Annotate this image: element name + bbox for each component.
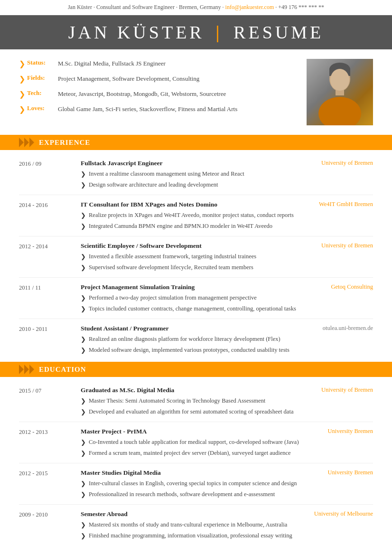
entry-title-1: IT Consultant for IBM XPages and Notes D… — [81, 201, 217, 208]
bullet-text-1-0: Realize projects in XPages and We4IT Ave… — [89, 211, 294, 220]
bullet-item-4-1: ❯Modeled software design, implemented va… — [81, 346, 373, 355]
bullet-list-0: ❯Master Thesis: Semi Automated Scoring i… — [81, 396, 373, 416]
entry-date-3: 2009 - 2010 — [19, 510, 81, 542]
bullet-item-3-1: ❯Topics included customer contracts, cha… — [81, 304, 373, 314]
experience-arrows — [19, 138, 34, 147]
bullet-list-0: ❯Invent a realtime classroom management … — [81, 169, 373, 189]
bullet-item-2-1: ❯Professionalized in research methods, s… — [81, 490, 373, 499]
profile-section: ❯ Status: M.Sc. Digital Media, Fullstack… — [0, 49, 392, 135]
profile-photo — [307, 59, 373, 125]
entry-date-4: 2010 - 2011 — [19, 325, 81, 356]
entry-2: 2012 - 2014Scientific Employee / Softwar… — [19, 242, 373, 273]
bullet-item-3-0: ❯Performed a two-day project simulation … — [81, 293, 373, 303]
entry-divider-1 — [19, 236, 373, 236]
bullet-list-1: ❯Realize projects in XPages and We4IT Av… — [81, 211, 373, 231]
entry-header-1: IT Consultant for IBM XPages and Notes D… — [81, 201, 373, 208]
bullet-arrow-icon: ❯ — [81, 180, 86, 190]
bullet-item-0-1: ❯Developed and evaluated an algorithm fo… — [81, 407, 373, 417]
bullet-item-2-0: ❯Inter-cultural classes in English, cove… — [81, 479, 373, 489]
bullet-text-3-1: Finished machine programming, informatio… — [89, 531, 292, 540]
edu-arrow-1 — [19, 365, 24, 374]
experience-section-header: Experience — [0, 135, 392, 150]
entry-divider-2 — [19, 277, 373, 278]
entry-content-0: Graduated as M.Sc. Digital MediaUniversi… — [81, 386, 373, 418]
status-row: ❯ Status: M.Sc. Digital Media, Fullstack… — [19, 59, 297, 68]
entry-divider-3 — [19, 319, 373, 319]
bullet-item-3-0: ❯Mastered six months of study and trans-… — [81, 520, 373, 530]
education-content: 2015 / 07Graduated as M.Sc. Digital Medi… — [0, 377, 392, 547]
entry-title-3: Semester Abroad — [81, 510, 128, 518]
education-title: Education — [39, 366, 86, 374]
loves-bullet: ❯ — [19, 105, 25, 114]
bullet-text-0-1: Design software architecture and leading… — [89, 180, 218, 189]
entry-header-2: Master Studies Digital MediaUniversity B… — [81, 469, 373, 477]
bullet-text-0-0: Master Thesis: Semi Automated Scoring in… — [89, 396, 265, 405]
bullet-arrow-icon: ❯ — [81, 222, 86, 231]
education-section-header: Education — [0, 362, 392, 377]
bullet-arrow-icon: ❯ — [81, 169, 86, 179]
entry-content-1: IT Consultant for IBM XPages and Notes D… — [81, 201, 373, 232]
bullet-item-1-1: ❯Integrated Camunda BPMN engine and BPMN… — [81, 222, 373, 231]
bullet-arrow-icon: ❯ — [81, 252, 86, 262]
main-header: Jan Küster | Resume — [0, 15, 392, 49]
entry-3: 2011 / 11Project Management Simulation T… — [19, 283, 373, 315]
bullet-arrow-icon: ❯ — [81, 520, 86, 530]
entry-divider-2 — [19, 504, 373, 505]
loves-label: Loves: — [27, 104, 58, 112]
bullet-item-4-0: ❯Realized an online diagnosis platform f… — [81, 335, 373, 344]
fields-row: ❯ Fields: Project Management, Software D… — [19, 74, 297, 84]
bullet-text-2-1: Professionalized in research methods, so… — [89, 490, 275, 499]
entry-date-2: 2012 - 2014 — [19, 242, 81, 273]
bullet-item-0-0: ❯Invent a realtime classroom management … — [81, 169, 373, 179]
entry-3: 2009 - 2010Semester AbroadUniversity of … — [19, 510, 373, 542]
bullet-text-1-1: Formed a scrum team, mainted project dev… — [89, 449, 291, 458]
resume-title: Jan Küster | Resume — [9, 22, 383, 43]
bullet-list-1: ❯Co-Invented a touch table application f… — [81, 438, 373, 458]
entry-0: 2015 / 07Graduated as M.Sc. Digital Medi… — [19, 386, 373, 418]
entry-1: 2014 - 2016IT Consultant for IBM XPages … — [19, 201, 373, 232]
entry-date-1: 2014 - 2016 — [19, 201, 81, 232]
entry-divider-0 — [19, 195, 373, 195]
bullet-arrow-icon: ❯ — [81, 407, 86, 417]
entry-title-4: Student Assistant / Programmer — [81, 325, 168, 332]
status-label: Status: — [27, 59, 58, 66]
entry-org-1: University Bremen — [328, 428, 373, 435]
bullet-text-0-1: Developed and evaluated an algorithm for… — [89, 407, 293, 416]
fields-value: Project Management, Software Development… — [58, 74, 199, 84]
bullet-text-3-1: Topics included customer contracts, chan… — [89, 304, 296, 313]
bullet-item-3-1: ❯Finished machine programming, informati… — [81, 531, 373, 541]
tech-row: ❯ Tech: Meteor, Javascript, Bootstrap, M… — [19, 89, 297, 99]
loves-value: Global Game Jam, Sci-Fi series, Stackove… — [58, 104, 237, 114]
entry-divider-0 — [19, 422, 373, 422]
bullet-arrow-icon: ❯ — [81, 449, 86, 458]
entry-content-4: Student Assistant / Programmerotulea.uni… — [81, 325, 373, 356]
entry-date-1: 2012 - 2013 — [19, 428, 81, 459]
phone: +49 176 *** *** ** — [278, 4, 324, 10]
profile-info: ❯ Status: M.Sc. Digital Media, Fullstack… — [19, 59, 297, 125]
svg-point-7 — [330, 69, 349, 91]
bullet-arrow-icon: ❯ — [81, 211, 86, 220]
entry-content-2: Scientific Employee / Software Developme… — [81, 242, 373, 273]
status-value: M.Sc. Digital Media, Fullstack JS Engine… — [58, 59, 166, 68]
email-link[interactable]: info@jankuester.com — [225, 4, 274, 10]
entry-title-0: Graduated as M.Sc. Digital Media — [81, 386, 174, 394]
bullet-arrow-icon: ❯ — [81, 346, 86, 355]
status-bullet: ❯ — [19, 59, 25, 68]
entry-title-2: Master Studies Digital Media — [81, 469, 161, 477]
first-name: Jan Küster — [68, 22, 205, 42]
entry-content-0: Fullstack Javascript EngineerUniversity … — [81, 160, 373, 191]
entry-4: 2010 - 2011Student Assistant / Programme… — [19, 325, 373, 356]
entry-org-3: Getoq Consulting — [331, 283, 373, 291]
entry-header-0: Graduated as M.Sc. Digital MediaUniversi… — [81, 386, 373, 394]
bullet-arrow-icon: ❯ — [81, 490, 86, 499]
entry-1: 2012 - 2013Master Project - PrIMAUnivers… — [19, 428, 373, 459]
bullet-text-4-0: Realized an online diagnosis platform fo… — [89, 335, 280, 344]
bullet-text-2-0: Inter-cultural classes in English, cover… — [89, 479, 297, 488]
bullet-item-0-0: ❯Master Thesis: Semi Automated Scoring i… — [81, 396, 373, 406]
bullet-item-1-0: ❯Realize projects in XPages and We4IT Av… — [81, 211, 373, 220]
bullet-text-4-1: Modeled software design, implemented var… — [89, 346, 289, 355]
photo-placeholder — [307, 59, 373, 125]
experience-content: 2016 / 09Fullstack Javascript EngineerUn… — [0, 150, 392, 362]
entry-content-3: Project Management Simulation TrainingGe… — [81, 283, 373, 315]
edu-arrow-2 — [24, 365, 29, 374]
